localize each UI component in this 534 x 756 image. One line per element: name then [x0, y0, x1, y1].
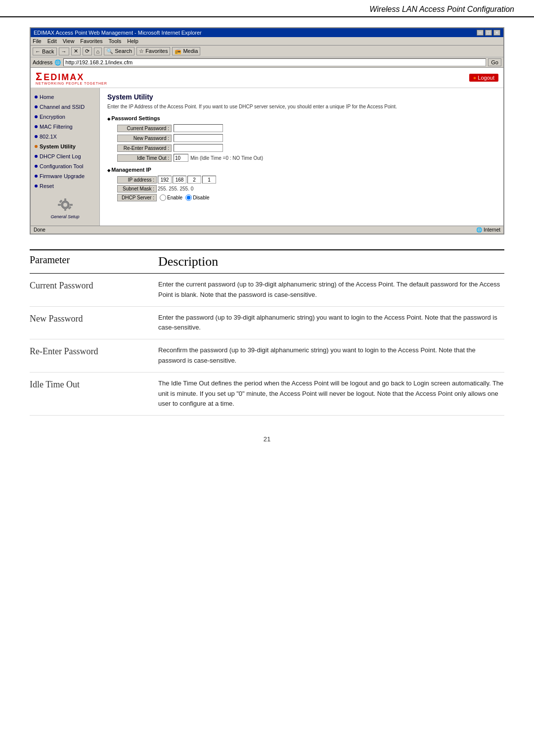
stop-btn[interactable]: ✕	[71, 47, 81, 55]
subnet-mask-label: Subnet Mask :	[117, 185, 157, 192]
ip-address-row: IP address :	[117, 176, 496, 184]
sidebar-label-mac: MAC Filtering	[40, 124, 73, 130]
dhcp-enable-radio[interactable]	[160, 194, 166, 201]
web-topbar: ΣEDIMAX NETWORKING PEOPLE TOGETHER ● Log…	[31, 68, 503, 88]
maximize-btn[interactable]: □	[485, 30, 492, 36]
back-btn[interactable]: ← Back	[33, 47, 57, 55]
reenter-password-input[interactable]	[174, 144, 223, 152]
dhcp-enable-label: Enable	[160, 194, 182, 201]
home-btn[interactable]: ⌂	[94, 47, 102, 55]
reenter-password-row: Re-Enter Password :	[117, 144, 496, 152]
forward-btn[interactable]: →	[59, 47, 69, 55]
param-name-reenter-password: Re-Enter Password	[30, 345, 158, 358]
param-header-row: Parameter Description	[30, 250, 504, 274]
param-name-new-password: New Password	[30, 313, 158, 325]
sidebar-label-channel: Channel and SSID	[40, 104, 85, 110]
sidebar-item-firmware[interactable]: Firmware Upgrade	[31, 171, 99, 181]
sidebar-label-encryption: Encryption	[40, 114, 65, 120]
sidebar-item-mac-filtering[interactable]: MAC Filtering	[31, 122, 99, 132]
minimize-btn[interactable]: −	[477, 30, 484, 36]
address-label: Address	[33, 59, 52, 65]
idle-time-label: Idle Time Out :	[117, 154, 172, 162]
new-password-input[interactable]	[174, 134, 223, 142]
go-button[interactable]: Go	[488, 58, 501, 66]
password-settings-title: Password Settings	[107, 115, 496, 121]
favorites-btn[interactable]: ☆ Favorites	[136, 47, 170, 55]
current-password-row: Current Password :	[117, 124, 496, 132]
current-password-input[interactable]	[174, 124, 223, 132]
menu-edit[interactable]: Edit	[47, 38, 57, 44]
svg-rect-2	[64, 198, 66, 201]
ip-address-label: IP address :	[117, 176, 157, 184]
close-btn[interactable]: ×	[493, 30, 500, 36]
svg-rect-3	[64, 208, 66, 211]
dhcp-disable-radio[interactable]	[185, 194, 192, 201]
internet-zone: 🌐 Internet	[476, 227, 500, 233]
internet-zone-label: Internet	[484, 227, 500, 233]
dhcp-disable-label: Disable	[185, 194, 209, 201]
reenter-password-label: Re-Enter Password :	[117, 144, 172, 152]
sidebar-item-config-tool[interactable]: Configuration Tool	[31, 161, 99, 171]
search-btn[interactable]: 🔍 Search	[104, 47, 134, 55]
web-content: ΣEDIMAX NETWORKING PEOPLE TOGETHER ● Log…	[31, 68, 503, 226]
page-icon: 🌐	[54, 59, 61, 66]
password-settings-section: Password Settings Current Password : New…	[107, 115, 496, 162]
dhcp-server-row: DHCP Server : Enable Disable	[117, 194, 496, 201]
idle-time-input[interactable]	[174, 154, 188, 162]
ip-octet-3[interactable]	[187, 176, 201, 184]
ip-octet-1[interactable]	[158, 176, 172, 184]
page-title: Wireless LAN Access Point Configuration	[369, 5, 514, 13]
ip-octet-4[interactable]	[202, 176, 216, 184]
sidebar-dot-dhcp	[35, 155, 38, 158]
web-body: Home Channel and SSID Encryption MAC Fil…	[31, 88, 503, 226]
svg-rect-4	[58, 204, 61, 206]
sidebar-icon-area: General Setup	[31, 191, 99, 222]
param-table-section: Parameter Description Current Password E…	[30, 249, 504, 416]
menu-file[interactable]: File	[33, 38, 42, 44]
param-row-idle-time: Idle Time Out The Idle Time Out defines …	[30, 373, 504, 416]
management-ip-form: IP address : Subnet Mask : 255. 255. 255…	[117, 176, 496, 201]
sidebar-item-8021x[interactable]: 802.1X	[31, 132, 99, 142]
sidebar-dot-reset	[35, 185, 38, 188]
sidebar-label-dhcp: DHCP Client Log	[40, 153, 81, 159]
section-title: System Utility	[107, 93, 496, 101]
sidebar-item-encryption[interactable]: Encryption	[31, 112, 99, 122]
sidebar-item-system-utility[interactable]: System Utility	[31, 142, 99, 151]
subnet-mask-row: Subnet Mask : 255. 255. 255. 0	[117, 185, 496, 192]
sidebar-dot-8021x	[35, 135, 38, 138]
param-row-new-password: New Password Enter the password (up to 3…	[30, 307, 504, 340]
param-desc-idle-time: The Idle Time Out defines the period whe…	[158, 378, 504, 409]
page-number: 21	[0, 425, 534, 453]
sidebar-item-reset[interactable]: Reset	[31, 181, 99, 191]
sidebar-dot-system	[35, 145, 38, 148]
sidebar-item-channel-ssid[interactable]: Channel and SSID	[31, 102, 99, 112]
menu-view[interactable]: View	[63, 38, 75, 44]
sidebar-dot-config	[35, 165, 38, 168]
media-btn[interactable]: 📻 Media	[172, 47, 200, 55]
refresh-btn[interactable]: ⟳	[83, 47, 92, 55]
ip-octet-2[interactable]	[173, 176, 186, 184]
sidebar-label-home: Home	[40, 94, 54, 100]
param-desc-new-password: Enter the password (up to 39-digit alpha…	[158, 313, 504, 333]
management-ip-title: Management IP	[107, 167, 496, 173]
sidebar-dot-encryption	[35, 115, 38, 118]
general-setup-label: General Setup	[35, 214, 95, 219]
sidebar-item-dhcp-log[interactable]: DHCP Client Log	[31, 151, 99, 161]
sidebar-label-reset: Reset	[40, 183, 54, 189]
management-ip-section: Management IP IP address : Subnet M	[107, 167, 496, 201]
sidebar-dot-channel	[35, 105, 38, 108]
sidebar-item-home[interactable]: Home	[31, 92, 99, 102]
menu-favorites[interactable]: Favorites	[80, 38, 102, 44]
param-name-current-password: Current Password	[30, 280, 158, 292]
menu-tools[interactable]: Tools	[109, 38, 122, 44]
logout-button[interactable]: ● Logout	[469, 74, 498, 82]
sidebar-label-firmware: Firmware Upgrade	[40, 173, 85, 179]
page-header: Wireless LAN Access Point Configuration	[0, 0, 534, 17]
address-input[interactable]	[63, 58, 486, 66]
menu-help[interactable]: Help	[127, 38, 138, 44]
new-password-row: New Password :	[117, 134, 496, 142]
internet-icon: 🌐	[476, 227, 482, 233]
param-desc-reenter-password: Reconfirm the password (up to 39-digit a…	[158, 345, 504, 366]
sidebar-label-config: Configuration Tool	[40, 163, 83, 169]
current-password-label: Current Password :	[117, 125, 172, 132]
